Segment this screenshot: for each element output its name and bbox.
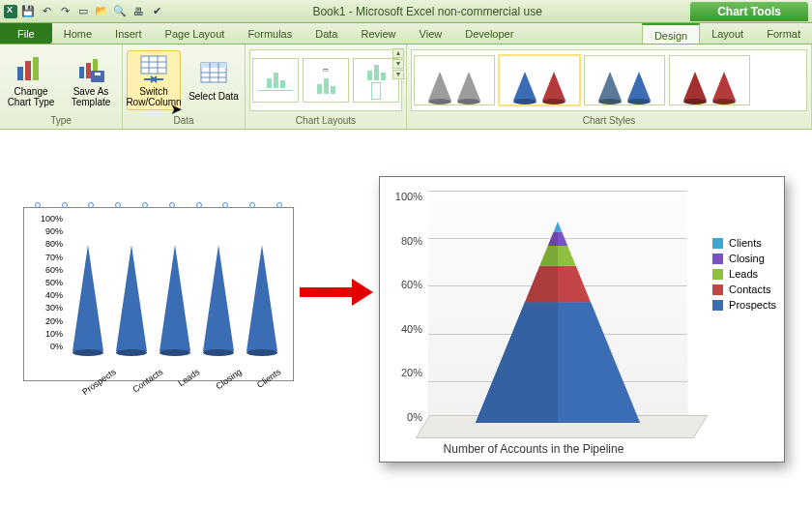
legend: Clients Closing Leads Contacts Prospects — [712, 233, 776, 314]
switch-row-column-icon — [138, 53, 169, 84]
redo-icon[interactable]: ↷ — [57, 4, 72, 19]
swatch-icon — [712, 269, 723, 280]
tab-design[interactable]: Design — [642, 23, 700, 44]
legend-item: Prospects — [712, 299, 776, 311]
svg-marker-28 — [539, 246, 558, 266]
quick-print-icon[interactable]: 🖶 — [130, 4, 146, 19]
legend-item: Closing — [712, 253, 776, 264]
style-thumb-3[interactable] — [584, 55, 665, 105]
cone-icon — [160, 245, 190, 351]
tab-data[interactable]: Data — [304, 23, 349, 44]
tab-review[interactable]: Review — [349, 23, 407, 44]
small-chart-x-axis: Prospects Contacts Leads Closing Clients — [67, 367, 283, 376]
cone-icon — [203, 245, 234, 351]
tab-format[interactable]: Format — [755, 23, 812, 44]
excel-icon — [4, 5, 17, 18]
more-icon[interactable]: ▾ — [392, 70, 404, 79]
tab-view[interactable]: View — [408, 23, 454, 44]
swatch-icon — [712, 238, 723, 249]
chart-before[interactable]: 100%90%80%70%60%50%40%30%20%10%0% Prospe… — [23, 207, 294, 381]
tab-layout[interactable]: Layout — [700, 23, 755, 44]
tab-formulas[interactable]: Formulas — [236, 23, 304, 44]
group-label-styles: Chart Styles — [411, 113, 807, 129]
svg-rect-14 — [201, 63, 226, 68]
layout-thumb-2[interactable]: ▭ — [303, 58, 349, 103]
open-icon[interactable]: 📂 — [94, 4, 109, 19]
tab-developer[interactable]: Developer — [453, 23, 525, 44]
save-icon[interactable]: 💾 — [20, 4, 36, 19]
select-data-label: Select Data — [188, 91, 239, 102]
print-preview-icon[interactable]: 🔍 — [112, 4, 128, 19]
window-title: Book1 - Microsoft Excel non-commercial u… — [312, 5, 541, 18]
style-thumb-4[interactable] — [669, 55, 750, 105]
big-chart-plot-area — [428, 191, 687, 429]
svg-rect-1 — [25, 61, 31, 80]
chevron-down-icon[interactable]: ▾ — [392, 59, 404, 69]
worksheet-stage: 100%90%80%70%60%50%40%30%20%10%0% Prospe… — [0, 145, 812, 508]
ribbon: Change Chart Type Save As Template Type … — [0, 45, 812, 130]
undo-icon[interactable]: ↶ — [39, 4, 54, 19]
cursor-icon: ➤ — [170, 104, 183, 114]
chart-styles-gallery[interactable] — [411, 49, 807, 111]
select-data-button[interactable]: Select Data — [187, 56, 241, 104]
quick-access-toolbar: 💾 ↶ ↷ ▭ 📂 🔍 🖶 ✔ — [4, 4, 164, 19]
ribbon-group-chart-styles: Chart Styles — [407, 45, 812, 129]
small-chart-series — [67, 230, 283, 351]
layouts-scroll[interactable]: ▴▾▾ — [392, 48, 404, 79]
svg-marker-24 — [476, 302, 558, 423]
group-label-type: Type — [4, 113, 118, 129]
svg-rect-6 — [91, 71, 104, 82]
svg-rect-4 — [86, 63, 91, 78]
cone-icon — [116, 245, 147, 351]
save-as-template-label: Save As Template — [66, 86, 116, 107]
big-chart-y-axis: 100% 80% 60% 40% 20% 0% — [386, 191, 422, 423]
svg-rect-3 — [79, 67, 84, 78]
chart-title: Number of Accounts in the Pipeline — [380, 442, 687, 456]
cone-icon — [246, 245, 277, 351]
pyramid-series — [476, 222, 640, 423]
svg-rect-0 — [17, 67, 23, 80]
tab-page-layout[interactable]: Page Layout — [154, 23, 237, 44]
select-data-icon — [198, 58, 229, 89]
ribbon-group-chart-layouts: ▭ ▴▾▾ Chart Layouts — [246, 45, 407, 129]
svg-marker-30 — [548, 231, 558, 246]
save-as-template-button[interactable]: Save As Template — [64, 51, 118, 109]
switch-row-column-button[interactable]: Switch Row/Column ➤ — [127, 50, 181, 110]
title-bar: 💾 ↶ ↷ ▭ 📂 🔍 🖶 ✔ Book1 - Microsoft Excel … — [0, 0, 812, 23]
save-template-icon — [75, 53, 106, 84]
legend-item: Contacts — [712, 284, 776, 295]
tab-file[interactable]: File — [0, 23, 52, 44]
legend-item: Leads — [712, 268, 776, 280]
group-label-layouts: Chart Layouts — [249, 113, 402, 129]
spelling-icon[interactable]: ✔ — [149, 4, 164, 19]
svg-rect-2 — [33, 57, 39, 80]
swatch-icon — [712, 300, 723, 311]
small-chart-y-axis: 100%90%80%70%60%50%40%30%20%10%0% — [26, 214, 63, 351]
arrow-icon — [300, 279, 373, 306]
chart-tools-contextual-tab: Chart Tools — [690, 2, 808, 21]
layout-thumb-1[interactable] — [252, 58, 299, 103]
style-thumb-2[interactable] — [499, 55, 580, 105]
new-icon[interactable]: ▭ — [75, 4, 91, 19]
selection-handles[interactable] — [24, 202, 293, 208]
cone-icon — [72, 245, 103, 351]
swatch-icon — [712, 284, 723, 295]
ribbon-group-type: Change Chart Type Save As Template Type — [0, 45, 123, 129]
chart-after[interactable]: 100% 80% 60% 40% 20% 0% — [379, 176, 785, 463]
ribbon-tabs: File Home Insert Page Layout Formulas Da… — [0, 23, 812, 45]
svg-rect-8 — [141, 56, 166, 74]
group-label-data: Data — [127, 113, 241, 129]
change-chart-type-label: Change Chart Type — [6, 86, 56, 107]
chart-layouts-gallery[interactable]: ▭ — [249, 49, 402, 111]
ribbon-group-data: Switch Row/Column ➤ Select Data Data — [123, 45, 246, 129]
chevron-up-icon[interactable]: ▴ — [392, 48, 404, 58]
tab-home[interactable]: Home — [52, 23, 103, 44]
svg-marker-26 — [525, 266, 558, 302]
svg-rect-7 — [95, 73, 101, 75]
swatch-icon — [712, 254, 723, 264]
change-chart-type-icon — [15, 53, 46, 84]
svg-marker-31 — [554, 222, 563, 231]
style-thumb-1[interactable] — [414, 55, 495, 105]
tab-insert[interactable]: Insert — [103, 23, 154, 44]
change-chart-type-button[interactable]: Change Chart Type — [4, 51, 58, 109]
